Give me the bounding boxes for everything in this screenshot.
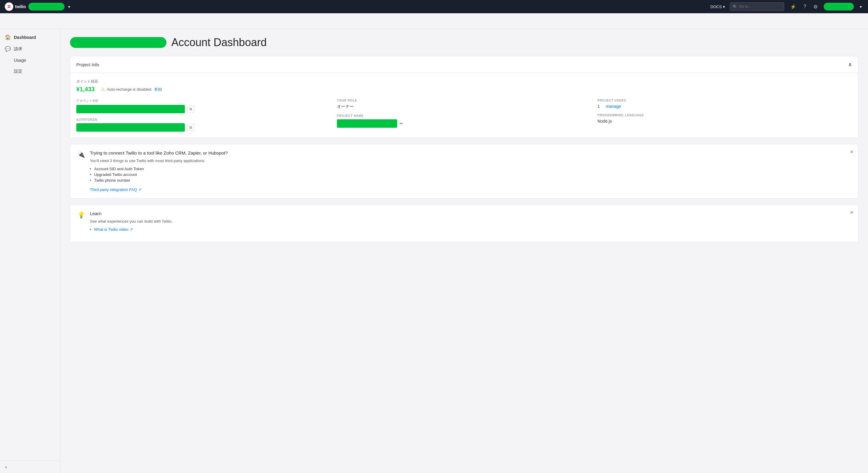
main-content: Account Dashboard Project Info ∧ ポイント残高 … [60,29,868,473]
project-info-card: Project Info ∧ ポイント残高 ¥1,433 ⚠ Auto-rech… [70,56,858,138]
nav-left: twilio ▾ [5,2,71,11]
project-name-col: PROJECT NAME ✏ [337,114,591,128]
programming-language-col: PROGRAMMING LANGUAGE Node.js [597,113,852,124]
copy-token-button[interactable]: ⧉ [187,124,194,131]
learn-banner-header: 💡 Learn See what experiences you can bui… [78,211,851,236]
autorecharge-link[interactable]: 有効 [154,87,162,92]
svg-point-1 [8,5,9,7]
sidebar-bottom: « [0,461,60,473]
docs-chevron-icon: ▾ [723,4,725,9]
home-icon: 🏠 [5,34,11,40]
project-info-card-header: Project Info ∧ [70,56,858,73]
connect-banner-description: You'll need 3 things to use Twilio with … [90,159,228,163]
balance-section: ポイント残高 ¥1,433 ⚠ Auto-recharge is disable… [76,79,852,93]
chevron-down-icon: ▾ [68,4,70,9]
project-dropdown-button[interactable]: ▾ [67,3,71,10]
programming-language-value: Node.js [597,119,852,124]
sidebar-nav: 🏠 Dashboard 💬 請求 Usage 設定 [0,29,60,461]
svg-point-2 [9,5,10,7]
help-icon: ? [803,4,806,9]
project-info-toggle-button[interactable]: ∧ [848,61,852,68]
twilio-logo-icon [5,2,13,11]
project-users-count: 1 [597,104,600,109]
sidebar: 🏠 Dashboard 💬 請求 Usage 設定 « [0,29,60,473]
sidebar-item-billing[interactable]: 💬 請求 [0,43,60,55]
status-dropdown-button[interactable]: ▾ [859,3,863,10]
collapse-icon: « [5,465,7,469]
account-sid-col: アカウントSID ⧉ [76,99,331,113]
connect-banner-content: Trying to connect Twilio to a tool like … [90,150,228,192]
search-bar[interactable]: 🔍 [730,2,784,11]
account-sid-value [76,105,185,113]
edit-icon: ✏ [400,121,403,126]
project-selector-pill[interactable] [28,3,65,10]
your-role-value: オーナー [337,104,591,109]
svg-point-0 [6,4,12,9]
balance-amount: ¥1,433 [76,86,95,93]
top-nav: twilio ▾ DOCS ▾ 🔍 ⚡ ? ⚙ ▾ [0,0,868,13]
settings-icon-button[interactable]: ⚙ [812,3,819,11]
svg-point-4 [9,7,10,8]
twilio-video-link[interactable]: What is Twilio video ↗ [94,227,133,232]
help-icon-button[interactable]: ? [802,3,807,10]
warning-icon: ⚠ [101,87,105,92]
copy-token-icon: ⧉ [189,125,192,130]
copy-sid-button[interactable]: ⧉ [187,106,194,112]
docs-button[interactable]: DOCS ▾ [711,4,725,9]
page-header: Account Dashboard [70,36,858,49]
learn-banner-title: Learn [90,211,173,216]
second-nav [0,13,868,29]
manage-users-link[interactable]: manage [606,104,621,109]
info-grid: アカウントSID ⧉ AUTHTOKEN [76,99,852,132]
status-chevron-icon: ▾ [860,4,862,9]
learn-banner-description: See what experiences you can build with … [90,219,173,224]
sidebar-item-dashboard-label: Dashboard [14,35,36,40]
twilio-logo: twilio [5,2,26,11]
project-info-body: ポイント残高 ¥1,433 ⚠ Auto-recharge is disable… [70,73,858,138]
project-info-title: Project Info [76,62,99,67]
learn-banner-list: What is Twilio video ↗ [90,227,173,232]
autorecharge-notice: ⚠ Auto-recharge is disabled. 有効 [101,87,162,92]
learn-list-item-1[interactable]: What is Twilio video ↗ [90,227,173,232]
integration-faq-link[interactable]: Third party integration FAQ ↗ [90,188,142,192]
search-icon: 🔍 [733,4,737,9]
nav-right: DOCS ▾ 🔍 ⚡ ? ⚙ ▾ [711,2,863,11]
authtoken-value [76,123,185,132]
learn-banner-close-button[interactable]: × [850,210,853,215]
sidebar-item-usage[interactable]: Usage [0,55,60,66]
project-users-value: 1 manage [597,104,852,109]
sidebar-collapse-button[interactable]: « [5,465,7,469]
sidebar-item-usage-label: Usage [14,58,26,63]
account-sid-row: ⧉ [76,105,331,113]
your-role-label: YOUR ROLE [337,99,591,102]
authtoken-label: AUTHTOKEN [76,118,331,122]
sidebar-item-dashboard[interactable]: 🏠 Dashboard [0,31,60,43]
edit-project-name-button[interactable]: ✏ [400,121,403,126]
sidebar-item-settings[interactable]: 設定 [0,66,60,77]
project-users-col: PROJECT USERS 1 manage [597,99,852,109]
plug-icon: 🔌 [78,151,85,158]
chevron-up-icon: ∧ [848,62,852,67]
search-input[interactable] [739,4,781,9]
balance-label: ポイント残高 [76,79,852,84]
app-layout: 🏠 Dashboard 💬 請求 Usage 設定 « [0,0,868,473]
status-pill [824,3,854,10]
page-title: Account Dashboard [171,36,267,49]
learn-banner: 💡 Learn See what experiences you can bui… [70,205,858,242]
connect-banner-header: 🔌 Trying to connect Twilio to a tool lik… [78,150,851,192]
learn-banner-content: Learn See what experiences you can build… [90,211,173,236]
sidebar-item-billing-label: 請求 [14,46,22,52]
connect-banner-list: Account SID and Auth Token Upgraded Twil… [90,166,228,183]
activity-icon: ⚡ [790,4,796,9]
docs-label: DOCS [711,4,722,9]
sidebar-item-settings-label: 設定 [14,69,22,74]
project-name-row: ✏ [337,119,591,128]
activity-icon-button[interactable]: ⚡ [789,3,798,11]
list-item-3: Twilio phone number [90,177,228,183]
connect-banner-title: Trying to connect Twilio to a tool like … [90,150,228,156]
authtoken-row: ⧉ [76,123,331,132]
list-item-2: Upgraded Twilio account [90,172,228,177]
connect-banner-close-button[interactable]: × [850,149,853,155]
header-pill [70,37,166,48]
balance-row: ¥1,433 ⚠ Auto-recharge is disabled. 有効 [76,86,852,93]
